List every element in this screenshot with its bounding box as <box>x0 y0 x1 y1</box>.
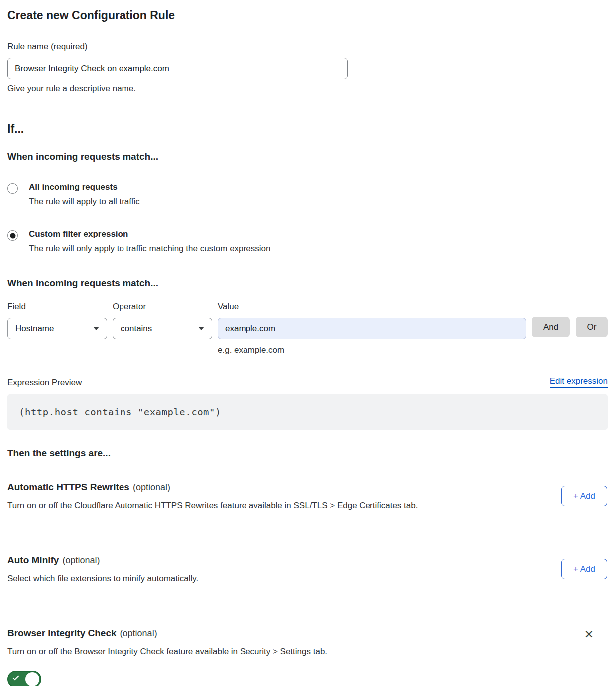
or-column: Or <box>575 302 608 337</box>
value-label: Value <box>218 302 526 312</box>
operator-label: Operator <box>113 302 212 312</box>
field-column: Field Hostname <box>7 302 107 339</box>
setting-auto-minify: Auto Minify (optional) Select which file… <box>7 555 608 606</box>
setting-optional-tag: (optional) <box>62 555 100 566</box>
value-input[interactable] <box>218 318 526 339</box>
rule-name-help: Give your rule a descriptive name. <box>7 84 608 94</box>
radio-button-unselected[interactable] <box>7 183 18 194</box>
field-label: Field <box>7 302 107 312</box>
and-column: And <box>532 302 570 337</box>
setting-description: Select which file extensions to minify a… <box>7 574 505 584</box>
or-button[interactable]: Or <box>576 317 608 337</box>
chevron-down-icon <box>198 327 204 330</box>
if-heading: If... <box>7 122 608 136</box>
radio-option-description: The rule will apply to all traffic <box>29 197 140 207</box>
setting-optional-tag: (optional) <box>120 628 157 639</box>
setting-divider <box>7 533 608 533</box>
section-divider <box>7 109 608 109</box>
add-auto-minify-button[interactable]: + Add <box>561 559 607 579</box>
radio-option-texts: All incoming requests The rule will appl… <box>29 182 140 207</box>
radio-option-label: Custom filter expression <box>29 229 270 239</box>
operator-column: Operator contains <box>113 302 212 339</box>
builder-heading: When incoming requests match... <box>7 278 608 289</box>
setting-automatic-https-rewrites: Automatic HTTPS Rewrites (optional) Turn… <box>7 482 608 533</box>
setting-title-row: Auto Minify (optional) <box>7 555 608 566</box>
toggle-knob <box>25 672 39 686</box>
radio-option-texts: Custom filter expression The rule will o… <box>29 229 270 254</box>
expression-preview-row: Expression Preview Edit expression <box>7 376 608 388</box>
page-title: Create new Configuration Rule <box>7 9 608 22</box>
expression-preview-code: (http.host contains "example.com") <box>7 394 608 430</box>
rule-name-label: Rule name (required) <box>7 42 608 52</box>
setting-optional-tag: (optional) <box>133 482 170 493</box>
settings-heading: Then the settings are... <box>7 448 608 459</box>
setting-title: Auto Minify <box>7 555 59 566</box>
setting-title-row: Browser Integrity Check (optional) <box>7 628 608 639</box>
add-automatic-https-rewrites-button[interactable]: + Add <box>561 486 607 506</box>
expression-code-text: (http.host contains "example.com") <box>19 407 221 417</box>
chevron-down-icon <box>93 327 99 330</box>
setting-description: Turn on or off the Cloudflare Automatic … <box>7 501 505 511</box>
field-select[interactable]: Hostname <box>7 318 107 339</box>
checkmark-icon <box>13 674 19 681</box>
setting-title: Browser Integrity Check <box>7 628 117 639</box>
operator-select-value: contains <box>121 324 152 334</box>
field-select-value: Hostname <box>15 324 54 334</box>
radio-option-all-requests[interactable]: All incoming requests The rule will appl… <box>7 182 608 207</box>
and-button[interactable]: And <box>532 317 570 337</box>
match-heading: When incoming requests match... <box>7 151 608 162</box>
expression-builder-row: Field Hostname Operator contains Value e… <box>7 302 608 355</box>
close-icon[interactable]: ✕ <box>584 629 594 640</box>
browser-integrity-check-toggle[interactable] <box>7 671 41 686</box>
radio-option-description: The rule will only apply to traffic matc… <box>29 244 270 254</box>
setting-title-row: Automatic HTTPS Rewrites (optional) <box>7 482 608 493</box>
operator-select[interactable]: contains <box>113 318 212 339</box>
radio-button-selected[interactable] <box>7 230 18 241</box>
value-hint: e.g. example.com <box>218 345 526 355</box>
setting-title: Automatic HTTPS Rewrites <box>7 482 129 493</box>
radio-option-label: All incoming requests <box>29 182 140 192</box>
rule-name-input[interactable] <box>7 58 348 79</box>
create-configuration-rule-page: Create new Configuration Rule Rule name … <box>0 0 616 686</box>
edit-expression-link[interactable]: Edit expression <box>550 376 608 388</box>
setting-description: Turn on or off the Browser Integrity Che… <box>7 647 505 657</box>
expression-preview-label: Expression Preview <box>7 378 82 388</box>
radio-option-custom-filter[interactable]: Custom filter expression The rule will o… <box>7 229 608 254</box>
setting-divider <box>7 606 608 606</box>
setting-browser-integrity-check: Browser Integrity Check (optional) ✕ Tur… <box>7 628 608 686</box>
value-column: Value e.g. example.com <box>218 302 526 355</box>
